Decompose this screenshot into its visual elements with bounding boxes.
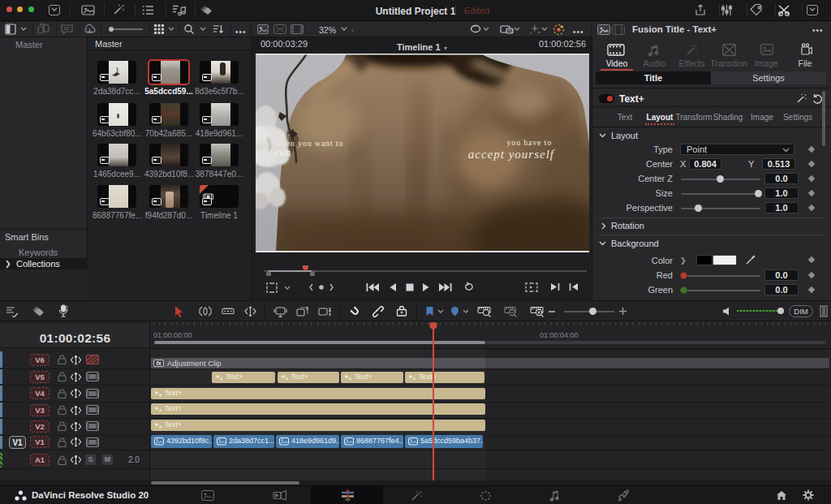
svg-text:you have to: you have to: [507, 138, 552, 147]
svg-text:run: run: [275, 147, 291, 158]
svg-text:accept yourself: accept yourself: [468, 148, 555, 161]
svg-text:HQ: HQ: [508, 29, 514, 33]
